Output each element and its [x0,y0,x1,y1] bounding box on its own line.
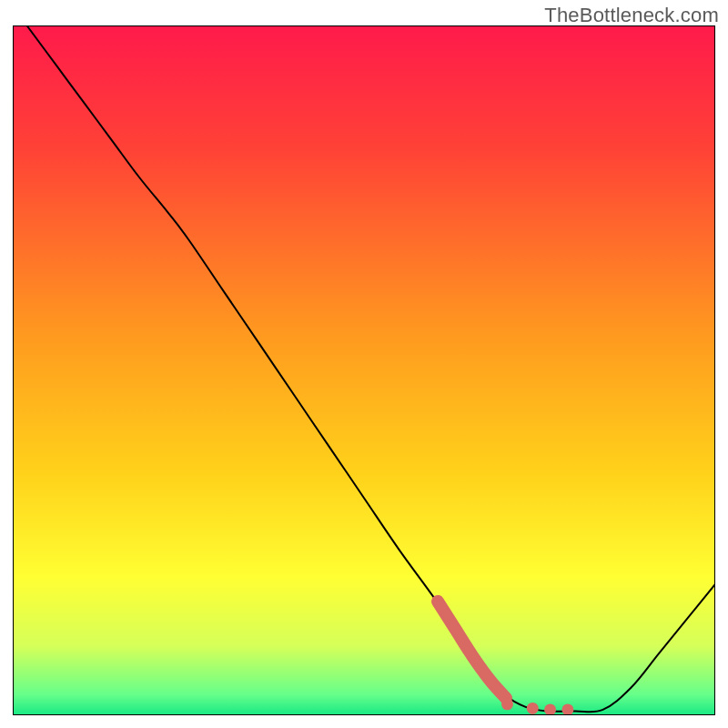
chart-container: TheBottleneck.com [0,0,728,728]
highlight-dot [561,703,573,715]
bottleneck-chart [13,25,715,715]
gradient-background [13,25,715,715]
watermark-label: TheBottleneck.com [544,4,719,27]
highlight-dot [501,698,513,710]
highlight-dot [527,703,539,714]
highlight-dot [544,703,556,715]
